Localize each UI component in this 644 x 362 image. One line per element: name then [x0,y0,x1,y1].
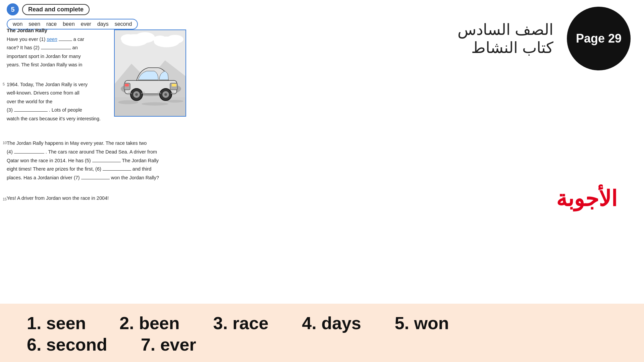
answer-7: 7. ever [141,335,196,355]
passage-last-line: Yes! A driver from Jordan won the race i… [7,195,201,201]
svg-point-20 [135,93,138,96]
word-days: days [97,21,109,27]
header-right: الصف السادس كتاب النشاط Page 29 [458,7,631,70]
arabic-line1: الصف السادس [458,20,553,39]
svg-point-6 [135,32,155,43]
answers-label: الأجوبة [556,186,617,211]
svg-point-3 [142,102,168,106]
exercise-header: 5 Read and complete [7,3,201,15]
answers-box: 1. seen 2. been 3. race 4. days 5. won 6… [0,304,644,362]
word-been: been [63,21,75,27]
page-circle: Page 29 [567,7,631,70]
answer-1: 1. seen [27,313,86,333]
passage-text-2: 1964. Today, The Jordan Rally is very we… [7,80,111,123]
line-5: 5 [3,82,5,86]
svg-point-23 [164,93,167,96]
arabic-line2: كتاب النشاط [458,39,553,57]
svg-point-2 [118,100,138,104]
svg-rect-15 [172,84,176,86]
answer-6: 6. second [27,335,107,355]
answer-3: 3. race [213,313,269,333]
answers-row-1: 1. seen 2. been 3. race 4. days 5. won [27,313,617,333]
word-seen: seen [29,21,40,27]
passage-title: The Jordan Rally [7,27,47,33]
word-ever: ever [81,21,91,27]
svg-point-7 [121,34,136,43]
exercise-number: 5 [7,3,19,15]
svg-point-9 [167,35,183,44]
svg-rect-17 [125,84,129,86]
answer-5: 5. won [395,313,449,333]
answer-4: 4. days [302,313,361,333]
car-image [114,29,186,117]
word-won: won [13,21,22,27]
exercise-title: Read and complete [22,4,90,15]
svg-point-4 [167,100,183,103]
arabic-header: الصف السادس كتاب النشاط [458,20,553,57]
passage-text-3: The Jordan Rally happens in May every ye… [7,139,200,182]
passage-text: Have you ever (1) seen a car race? It ha… [7,35,111,69]
answer-2: 2. been [119,313,179,333]
page-label: Page 29 [576,32,622,46]
svg-point-10 [153,36,167,44]
line-10: 10 [3,141,7,145]
word-race: race [46,21,57,27]
answers-row-2: 6. second 7. ever [27,335,617,355]
line-15: 15 [3,197,7,201]
car-drawing [115,30,186,117]
word-second: second [115,21,132,27]
